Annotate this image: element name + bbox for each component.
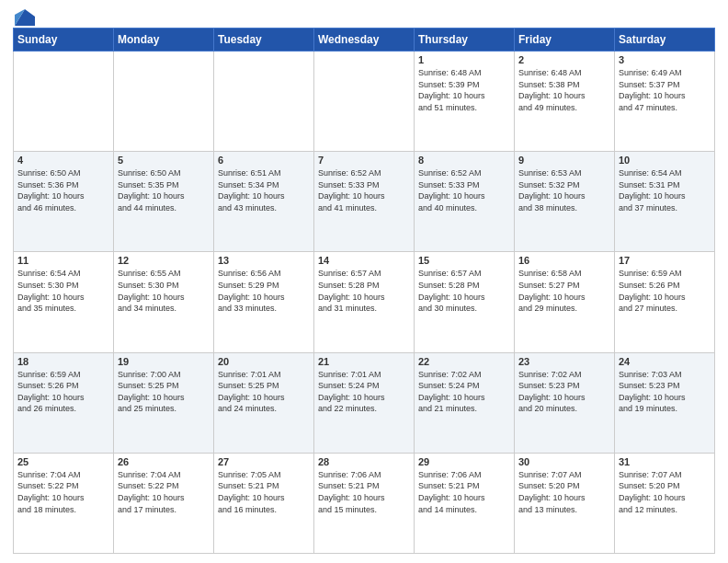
calendar-week-1: 1Sunrise: 6:48 AM Sunset: 5:39 PM Daylig… [14,52,715,152]
day-number: 24 [619,356,711,367]
calendar-cell: 9Sunrise: 6:53 AM Sunset: 5:32 PM Daylig… [515,152,615,252]
calendar-cell: 19Sunrise: 7:00 AM Sunset: 5:25 PM Dayli… [114,352,214,453]
day-info: Sunrise: 6:54 AM Sunset: 5:31 PM Dayligh… [619,167,711,213]
day-info: Sunrise: 6:56 AM Sunset: 5:29 PM Dayligh… [218,268,310,314]
calendar-cell: 24Sunrise: 7:03 AM Sunset: 5:23 PM Dayli… [615,352,715,453]
day-info: Sunrise: 6:53 AM Sunset: 5:32 PM Dayligh… [518,167,610,213]
day-info: Sunrise: 7:04 AM Sunset: 5:22 PM Dayligh… [118,469,210,515]
calendar-week-4: 18Sunrise: 6:59 AM Sunset: 5:26 PM Dayli… [14,352,715,453]
calendar-cell: 14Sunrise: 6:57 AM Sunset: 5:28 PM Dayli… [314,252,415,352]
day-number: 1 [418,54,510,65]
calendar-cell: 13Sunrise: 6:56 AM Sunset: 5:29 PM Dayli… [214,252,314,352]
day-number: 18 [17,356,109,367]
page: SundayMondayTuesdayWednesdayThursdayFrid… [0,0,728,563]
calendar-cell: 20Sunrise: 7:01 AM Sunset: 5:25 PM Dayli… [214,352,314,453]
day-info: Sunrise: 6:57 AM Sunset: 5:28 PM Dayligh… [318,268,410,314]
calendar-cell: 1Sunrise: 6:48 AM Sunset: 5:39 PM Daylig… [415,52,515,152]
day-number: 7 [318,155,410,166]
calendar-cell: 10Sunrise: 6:54 AM Sunset: 5:31 PM Dayli… [615,152,715,252]
calendar-cell: 7Sunrise: 6:52 AM Sunset: 5:33 PM Daylig… [314,152,415,252]
day-info: Sunrise: 7:07 AM Sunset: 5:20 PM Dayligh… [619,469,711,515]
calendar-cell: 3Sunrise: 6:49 AM Sunset: 5:37 PM Daylig… [615,52,715,152]
calendar-cell [14,52,114,152]
day-number: 20 [218,356,310,367]
day-number: 14 [318,255,410,266]
day-info: Sunrise: 6:52 AM Sunset: 5:33 PM Dayligh… [318,167,410,213]
day-info: Sunrise: 7:07 AM Sunset: 5:20 PM Dayligh… [518,469,610,515]
weekday-header-saturday: Saturday [615,29,715,52]
day-number: 12 [118,255,210,266]
calendar-cell: 26Sunrise: 7:04 AM Sunset: 5:22 PM Dayli… [114,453,214,553]
day-info: Sunrise: 7:02 AM Sunset: 5:24 PM Dayligh… [418,369,510,415]
calendar-cell: 22Sunrise: 7:02 AM Sunset: 5:24 PM Dayli… [415,352,515,453]
day-info: Sunrise: 7:00 AM Sunset: 5:25 PM Dayligh… [118,369,210,415]
day-info: Sunrise: 6:52 AM Sunset: 5:33 PM Dayligh… [418,167,510,213]
calendar-week-2: 4Sunrise: 6:50 AM Sunset: 5:36 PM Daylig… [14,152,715,252]
day-number: 23 [518,356,610,367]
day-number: 16 [518,255,610,266]
day-number: 19 [118,356,210,367]
day-info: Sunrise: 7:02 AM Sunset: 5:23 PM Dayligh… [518,369,610,415]
day-info: Sunrise: 6:58 AM Sunset: 5:27 PM Dayligh… [518,268,610,314]
day-number: 26 [118,456,210,467]
weekday-header-monday: Monday [114,29,214,52]
calendar-cell: 11Sunrise: 6:54 AM Sunset: 5:30 PM Dayli… [14,252,114,352]
calendar-cell: 18Sunrise: 6:59 AM Sunset: 5:26 PM Dayli… [14,352,114,453]
day-info: Sunrise: 7:04 AM Sunset: 5:22 PM Dayligh… [17,469,109,515]
day-number: 6 [218,155,310,166]
day-number: 3 [619,54,711,65]
calendar-cell: 27Sunrise: 7:05 AM Sunset: 5:21 PM Dayli… [214,453,314,553]
day-number: 4 [17,155,109,166]
day-info: Sunrise: 6:59 AM Sunset: 5:26 PM Dayligh… [17,369,109,415]
calendar-cell: 16Sunrise: 6:58 AM Sunset: 5:27 PM Dayli… [515,252,615,352]
weekday-header-thursday: Thursday [415,29,515,52]
day-info: Sunrise: 6:48 AM Sunset: 5:39 PM Dayligh… [418,67,510,113]
weekday-header-tuesday: Tuesday [214,29,314,52]
day-info: Sunrise: 6:54 AM Sunset: 5:30 PM Dayligh… [17,268,109,314]
calendar-cell: 12Sunrise: 6:55 AM Sunset: 5:30 PM Dayli… [114,252,214,352]
day-number: 17 [619,255,711,266]
header [13,9,715,22]
calendar-cell: 30Sunrise: 7:07 AM Sunset: 5:20 PM Dayli… [515,453,615,553]
day-number: 22 [418,356,510,367]
day-info: Sunrise: 6:50 AM Sunset: 5:35 PM Dayligh… [118,167,210,213]
day-number: 29 [418,456,510,467]
day-info: Sunrise: 7:06 AM Sunset: 5:21 PM Dayligh… [418,469,510,515]
calendar-cell: 2Sunrise: 6:48 AM Sunset: 5:38 PM Daylig… [515,52,615,152]
day-number: 15 [418,255,510,266]
weekday-header-row: SundayMondayTuesdayWednesdayThursdayFrid… [14,29,715,52]
calendar-cell: 4Sunrise: 6:50 AM Sunset: 5:36 PM Daylig… [14,152,114,252]
day-info: Sunrise: 6:59 AM Sunset: 5:26 PM Dayligh… [619,268,711,314]
day-info: Sunrise: 7:01 AM Sunset: 5:24 PM Dayligh… [318,369,410,415]
calendar-cell: 8Sunrise: 6:52 AM Sunset: 5:33 PM Daylig… [415,152,515,252]
calendar-cell: 6Sunrise: 6:51 AM Sunset: 5:34 PM Daylig… [214,152,314,252]
day-number: 31 [619,456,711,467]
day-number: 11 [17,255,109,266]
weekday-header-sunday: Sunday [14,29,114,52]
day-number: 30 [518,456,610,467]
logo [13,9,35,22]
day-number: 21 [318,356,410,367]
calendar-week-3: 11Sunrise: 6:54 AM Sunset: 5:30 PM Dayli… [14,252,715,352]
day-info: Sunrise: 7:01 AM Sunset: 5:25 PM Dayligh… [218,369,310,415]
day-info: Sunrise: 6:50 AM Sunset: 5:36 PM Dayligh… [17,167,109,213]
logo-icon [15,9,35,26]
day-info: Sunrise: 7:06 AM Sunset: 5:21 PM Dayligh… [318,469,410,515]
day-number: 8 [418,155,510,166]
calendar-table: SundayMondayTuesdayWednesdayThursdayFrid… [13,28,715,554]
calendar-week-5: 25Sunrise: 7:04 AM Sunset: 5:22 PM Dayli… [14,453,715,553]
day-number: 2 [518,54,610,65]
day-number: 9 [518,155,610,166]
day-info: Sunrise: 6:48 AM Sunset: 5:38 PM Dayligh… [518,67,610,113]
day-number: 28 [318,456,410,467]
calendar-cell: 28Sunrise: 7:06 AM Sunset: 5:21 PM Dayli… [314,453,415,553]
day-number: 13 [218,255,310,266]
calendar-cell: 31Sunrise: 7:07 AM Sunset: 5:20 PM Dayli… [615,453,715,553]
day-info: Sunrise: 6:55 AM Sunset: 5:30 PM Dayligh… [118,268,210,314]
day-number: 25 [17,456,109,467]
calendar-cell: 17Sunrise: 6:59 AM Sunset: 5:26 PM Dayli… [615,252,715,352]
weekday-header-friday: Friday [515,29,615,52]
day-number: 5 [118,155,210,166]
calendar-cell: 25Sunrise: 7:04 AM Sunset: 5:22 PM Dayli… [14,453,114,553]
calendar-cell: 29Sunrise: 7:06 AM Sunset: 5:21 PM Dayli… [415,453,515,553]
